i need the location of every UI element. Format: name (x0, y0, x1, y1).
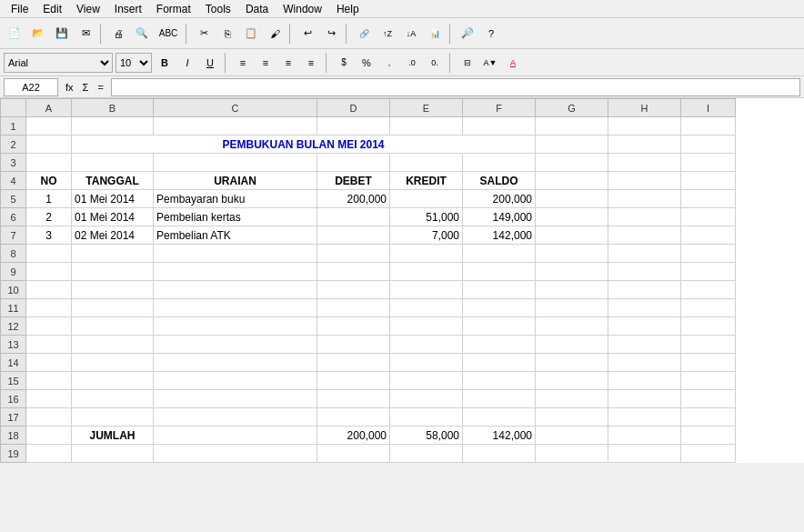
cell-F8[interactable] (463, 245, 536, 263)
cell-A3[interactable] (26, 154, 72, 172)
cell-G3[interactable] (536, 154, 608, 172)
cell-I8[interactable] (681, 245, 736, 263)
col-header-E[interactable]: E (390, 99, 463, 117)
cell-I5[interactable] (681, 190, 736, 208)
cell-C17[interactable] (154, 408, 317, 427)
cell-H13[interactable] (608, 336, 681, 354)
cell-B18-jumlah[interactable]: JUMLAH (72, 427, 154, 445)
cell-B14[interactable] (72, 354, 154, 372)
menu-view[interactable]: View (69, 1, 107, 17)
menu-edit[interactable]: Edit (35, 1, 69, 17)
cell-A1[interactable] (26, 117, 72, 136)
cell-G11[interactable] (536, 299, 608, 317)
cell-F18[interactable]: 142,000 (463, 427, 536, 445)
cell-B6[interactable]: 01 Mei 2014 (72, 208, 154, 226)
cell-A9[interactable] (26, 263, 72, 281)
cell-D5[interactable]: 200,000 (317, 190, 390, 208)
cell-A19[interactable] (26, 445, 72, 463)
cell-A5[interactable]: 1 (26, 190, 72, 208)
cell-I16[interactable] (681, 390, 736, 408)
cell-F3[interactable] (463, 154, 536, 172)
currency-btn[interactable]: $ (334, 53, 354, 73)
cell-H10[interactable] (608, 281, 681, 299)
cell-G15[interactable] (536, 372, 608, 390)
header-debet[interactable]: DEBET (317, 172, 390, 190)
cell-F17[interactable] (463, 408, 536, 427)
cell-I10[interactable] (681, 281, 736, 299)
cell-F14[interactable] (463, 354, 536, 372)
cell-I18[interactable] (681, 427, 736, 445)
cell-I2[interactable] (681, 136, 736, 154)
menu-format[interactable]: Format (149, 1, 198, 17)
italic-button[interactable]: I (177, 53, 197, 73)
cell-B5[interactable]: 01 Mei 2014 (72, 190, 154, 208)
cell-E8[interactable] (390, 245, 463, 263)
email-btn[interactable]: ✉ (75, 23, 96, 45)
open-btn[interactable]: 📂 (27, 23, 49, 45)
fx-icon[interactable]: fx (62, 81, 77, 94)
header-tanggal[interactable]: TANGGAL (72, 172, 154, 190)
redo-btn[interactable]: ↪ (320, 23, 342, 45)
cell-F6[interactable]: 149,000 (463, 208, 536, 226)
cell-G5[interactable] (536, 190, 608, 208)
cell-I17[interactable] (681, 408, 736, 427)
menu-insert[interactable]: Insert (107, 1, 149, 17)
cell-B11[interactable] (72, 299, 154, 317)
cut-btn[interactable]: ✂ (193, 23, 215, 45)
cell-F16[interactable] (463, 390, 536, 408)
col-header-F[interactable]: F (463, 99, 536, 117)
cell-F11[interactable] (463, 299, 536, 317)
chart-btn[interactable]: 📊 (424, 23, 446, 45)
cell-C15[interactable] (154, 372, 317, 390)
cell-H7[interactable] (608, 226, 681, 245)
cell-A17[interactable] (26, 408, 72, 427)
cell-G13[interactable] (536, 336, 608, 354)
preview-btn[interactable]: 🔍 (131, 23, 153, 45)
cell-G8[interactable] (536, 245, 608, 263)
col-header-H[interactable]: H (608, 99, 681, 117)
cell-I12[interactable] (681, 317, 736, 336)
cell-B13[interactable] (72, 336, 154, 354)
cell-C8[interactable] (154, 245, 317, 263)
cell-I14[interactable] (681, 354, 736, 372)
cell-G4[interactable] (536, 172, 608, 190)
cell-A6[interactable]: 2 (26, 208, 72, 226)
cell-C18[interactable] (154, 427, 317, 445)
cell-B9[interactable] (72, 263, 154, 281)
cell-G12[interactable] (536, 317, 608, 336)
cell-F5[interactable]: 200,000 (463, 190, 536, 208)
cell-F1[interactable] (463, 117, 536, 136)
cell-I19[interactable] (681, 445, 736, 463)
cell-D12[interactable] (317, 317, 390, 336)
cell-I13[interactable] (681, 336, 736, 354)
align-center-btn[interactable]: ≡ (256, 53, 276, 73)
align-right-btn[interactable]: ≡ (278, 53, 298, 73)
cell-H14[interactable] (608, 354, 681, 372)
col-header-B[interactable]: B (72, 99, 154, 117)
cell-G10[interactable] (536, 281, 608, 299)
zoom-out-btn[interactable]: 🔎 (457, 23, 478, 45)
bold-button[interactable]: B (155, 53, 175, 73)
menu-tools[interactable]: Tools (198, 1, 238, 17)
cell-A7[interactable]: 3 (26, 226, 72, 245)
cell-D1[interactable] (317, 117, 390, 136)
font-size-select[interactable]: 10 (116, 53, 152, 73)
cell-E1[interactable] (390, 117, 463, 136)
cell-C16[interactable] (154, 390, 317, 408)
cell-E10[interactable] (390, 281, 463, 299)
cell-D9[interactable] (317, 263, 390, 281)
cell-E3[interactable] (390, 154, 463, 172)
cell-I3[interactable] (681, 154, 736, 172)
cell-I1[interactable] (681, 117, 736, 136)
spell-btn[interactable]: ABC (155, 23, 182, 45)
font-name-select[interactable]: Arial (4, 53, 113, 73)
cell-A10[interactable] (26, 281, 72, 299)
increase-decimal-btn[interactable]: .0 (402, 53, 422, 73)
sort-asc-btn[interactable]: ↑Z (377, 23, 398, 45)
cell-B1[interactable] (72, 117, 154, 136)
cell-A8[interactable] (26, 245, 72, 263)
cell-G1[interactable] (536, 117, 608, 136)
cell-H12[interactable] (608, 317, 681, 336)
cell-E5[interactable] (390, 190, 463, 208)
header-saldo[interactable]: SALDO (463, 172, 536, 190)
